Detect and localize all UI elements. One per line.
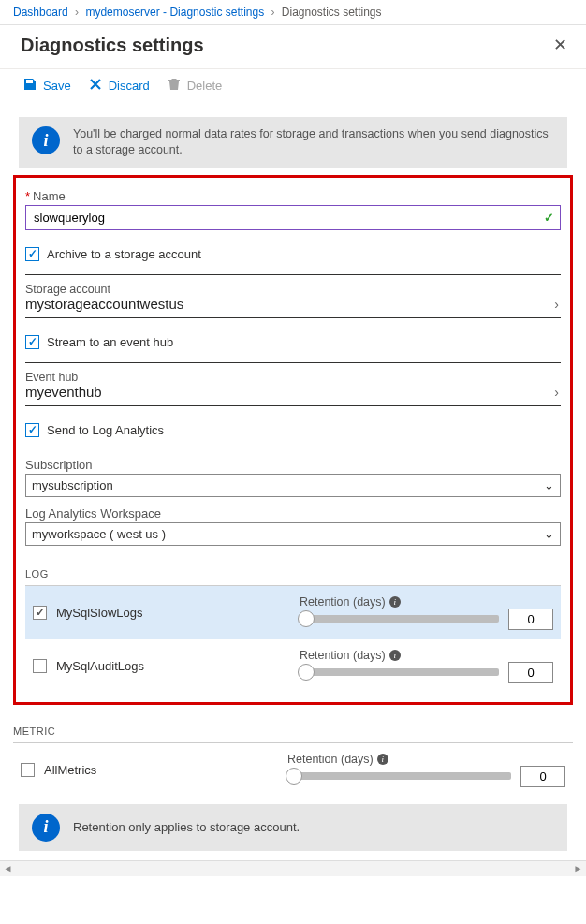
name-label: *Name — [25, 189, 561, 203]
trash-icon — [167, 77, 182, 95]
breadcrumb-current: Diagnostics settings — [282, 6, 382, 19]
storage-account-value: mystorageaccountwestus — [25, 296, 183, 312]
divider — [25, 362, 561, 363]
footer-info-banner: i Retention only applies to storage acco… — [19, 804, 567, 851]
horizontal-scrollbar[interactable]: ◄ ► — [0, 860, 586, 876]
retention-input[interactable] — [508, 609, 553, 630]
log-auditlogs-checkbox[interactable] — [33, 659, 47, 673]
event-hub-label: Event hub — [25, 371, 102, 384]
breadcrumb: Dashboard › mydemoserver - Diagnostic se… — [0, 0, 586, 25]
retention-slider[interactable] — [287, 767, 511, 785]
event-hub-picker[interactable]: Event hub myeventhub › — [25, 367, 561, 406]
log-category-row: ✓ MySqlSlowLogs Retention (days) i — [25, 586, 561, 639]
metric-category-name: AllMetrics — [44, 763, 278, 777]
retention-label: Retention (days) — [300, 595, 386, 609]
log-category-name: MySqlSlowLogs — [56, 606, 290, 620]
save-button[interactable]: Save — [22, 77, 71, 95]
info-message: You'll be charged normal data rates for … — [73, 126, 554, 158]
delete-label: Delete — [187, 79, 223, 93]
breadcrumb-server[interactable]: mydemoserver - Diagnostic settings — [85, 6, 264, 19]
subscription-value: mysubscription — [32, 478, 113, 492]
log-section-header: LOG — [25, 555, 561, 586]
retention-slider[interactable] — [300, 663, 499, 682]
scroll-left-icon[interactable]: ◄ — [0, 861, 16, 876]
delete-button: Delete — [167, 77, 223, 95]
checkmark-icon: ✓ — [544, 211, 554, 225]
log-analytics-label: Send to Log Analytics — [47, 423, 164, 437]
archive-checkbox[interactable]: ✓ — [25, 247, 39, 261]
subscription-label: Subscription — [25, 458, 561, 472]
subscription-dropdown[interactable]: mysubscription ⌄ — [25, 474, 561, 497]
footer-message: Retention only applies to storage accoun… — [73, 820, 300, 834]
retention-label: Retention (days) — [300, 649, 386, 662]
metric-category-row: AllMetrics Retention (days) i — [13, 743, 573, 797]
chevron-right-icon: › — [75, 6, 79, 19]
discard-label: Discard — [109, 79, 150, 93]
divider — [25, 274, 561, 275]
page-title: Diagnostics settings — [21, 35, 204, 56]
metric-section-header: METRIC — [13, 712, 573, 743]
toolbar: Save Discard Delete — [0, 68, 586, 117]
save-icon — [22, 77, 37, 95]
retention-slider[interactable] — [300, 609, 499, 628]
close-icon — [88, 77, 103, 95]
discard-button[interactable]: Discard — [88, 77, 150, 95]
chevron-down-icon: ⌄ — [544, 478, 554, 492]
breadcrumb-dashboard[interactable]: Dashboard — [13, 6, 68, 19]
workspace-dropdown[interactable]: myworkspace ( west us ) ⌄ — [25, 522, 561, 546]
info-banner: i You'll be charged normal data rates fo… — [19, 117, 567, 168]
log-analytics-checkbox[interactable]: ✓ — [25, 423, 39, 437]
save-label: Save — [43, 79, 71, 93]
archive-label: Archive to a storage account — [47, 247, 201, 261]
info-icon[interactable]: i — [389, 650, 401, 661]
storage-account-picker[interactable]: Storage account mystorageaccountwestus › — [25, 279, 561, 318]
storage-account-label: Storage account — [25, 283, 183, 296]
info-icon: i — [32, 814, 60, 842]
log-category-name: MySqlAuditLogs — [56, 659, 290, 673]
info-icon[interactable]: i — [377, 754, 388, 765]
retention-label: Retention (days) — [287, 753, 374, 766]
close-button[interactable]: ✕ — [549, 31, 571, 59]
metric-allmetrics-checkbox[interactable] — [21, 763, 35, 777]
name-input[interactable] — [26, 206, 560, 229]
chevron-right-icon: › — [554, 297, 561, 312]
info-icon: i — [32, 126, 60, 154]
workspace-value: myworkspace ( west us ) — [32, 527, 166, 541]
chevron-right-icon: › — [554, 385, 561, 400]
log-category-row: MySqlAuditLogs Retention (days) i — [25, 639, 561, 693]
retention-input[interactable] — [508, 662, 553, 683]
scroll-right-icon[interactable]: ► — [570, 861, 586, 876]
stream-checkbox[interactable]: ✓ — [25, 335, 39, 349]
chevron-down-icon: ⌄ — [544, 527, 554, 541]
info-icon[interactable]: i — [389, 596, 401, 608]
stream-label: Stream to an event hub — [47, 335, 173, 349]
workspace-label: Log Analytics Workspace — [25, 506, 561, 521]
log-slowlogs-checkbox[interactable]: ✓ — [33, 606, 47, 620]
highlighted-configuration: *Name ✓ ✓ Archive to a storage account S… — [13, 175, 573, 705]
retention-input[interactable] — [520, 766, 565, 787]
event-hub-value: myeventhub — [25, 384, 102, 400]
chevron-right-icon: › — [271, 6, 274, 19]
